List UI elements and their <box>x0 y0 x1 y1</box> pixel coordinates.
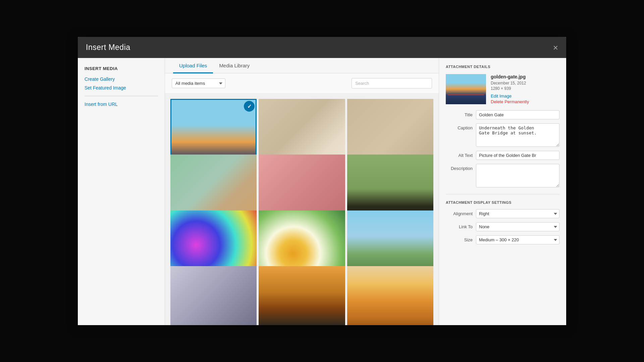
attachment-date: December 15, 2012 <box>491 81 529 85</box>
title-input[interactable] <box>476 110 559 119</box>
sidebar-divider <box>85 96 158 96</box>
form-row-title: Title <box>446 110 559 119</box>
form-row-description: Description <box>446 164 559 187</box>
size-select[interactable]: Thumbnail – 150 × 150 Medium – 300 × 220… <box>476 235 559 244</box>
description-textarea[interactable] <box>476 164 559 187</box>
attachment-filename: golden-gate.jpg <box>491 74 529 79</box>
tabs-bar: Upload Files Media Library <box>165 58 439 73</box>
alignment-label: Alignment <box>446 209 473 216</box>
delete-permanently-link[interactable]: Delete Permanently <box>491 99 529 104</box>
form-row-alt-text: Alt Text <box>446 151 559 160</box>
form-row-caption: Caption Underneath the Golden Gate Bridg… <box>446 123 559 147</box>
sidebar-item-insert-from-url[interactable]: Insert from URL <box>85 102 158 107</box>
filter-select[interactable]: All media items Images Audio Video <box>172 78 225 88</box>
attachment-thumbnail <box>446 74 486 104</box>
attachment-info: golden-gate.jpg December 15, 2012 1280 ×… <box>491 74 529 105</box>
search-input[interactable] <box>352 78 432 88</box>
tab-media-library[interactable]: Media Library <box>213 58 256 73</box>
close-button[interactable]: × <box>553 43 558 52</box>
size-label: Size <box>446 235 473 242</box>
form-row-size: Size Thumbnail – 150 × 150 Medium – 300 … <box>446 235 559 244</box>
media-item[interactable] <box>170 266 257 325</box>
display-settings-title: ATTACHMENT DISPLAY SETTINGS <box>446 194 559 204</box>
caption-label: Caption <box>446 123 473 130</box>
form-row-link-to: Link To None Media File Attachment Page … <box>446 222 559 231</box>
edit-image-link[interactable]: Edit Image <box>491 94 529 99</box>
toolbar: All media items Images Audio Video <box>165 73 439 94</box>
tab-upload-files[interactable]: Upload Files <box>173 58 213 73</box>
modal-title: Insert Media <box>86 43 130 52</box>
caption-textarea[interactable]: Underneath the Golden Gate Bridge at sun… <box>476 123 559 147</box>
selected-check-badge: ✓ <box>244 101 255 112</box>
attachment-preview: golden-gate.jpg December 15, 2012 1280 ×… <box>446 74 559 105</box>
description-label: Description <box>446 164 473 171</box>
modal-header: Insert Media × <box>78 37 566 58</box>
link-to-label: Link To <box>446 222 473 229</box>
modal-overlay: Insert Media × Insert Media Create Galle… <box>0 0 644 362</box>
sidebar-item-create-gallery[interactable]: Create Gallery <box>85 76 158 82</box>
main-content: Upload Files Media Library All media ite… <box>165 58 439 325</box>
modal-body: Insert Media Create Gallery Set Featured… <box>78 58 566 325</box>
media-item[interactable] <box>259 266 345 325</box>
link-to-select[interactable]: None Media File Attachment Page Custom U… <box>476 222 559 231</box>
attachment-dimensions: 1280 × 939 <box>491 86 529 91</box>
title-label: Title <box>446 110 473 117</box>
details-panel: ATTACHMENT DETAILS golden-gate.jpg Decem… <box>439 58 566 325</box>
form-row-alignment: Alignment None Left Center Right <box>446 209 559 218</box>
alt-text-input[interactable] <box>476 151 559 160</box>
media-grid: ✓ <box>165 94 439 325</box>
sidebar: Insert Media Create Gallery Set Featured… <box>78 58 165 325</box>
media-item[interactable] <box>347 266 433 325</box>
sidebar-heading: Insert Media <box>85 66 158 71</box>
sidebar-item-set-featured-image[interactable]: Set Featured Image <box>85 85 158 90</box>
insert-media-modal: Insert Media × Insert Media Create Galle… <box>78 37 566 325</box>
attachment-details-title: ATTACHMENT DETAILS <box>446 65 559 69</box>
alt-text-label: Alt Text <box>446 151 473 158</box>
alignment-select[interactable]: None Left Center Right <box>476 209 559 218</box>
